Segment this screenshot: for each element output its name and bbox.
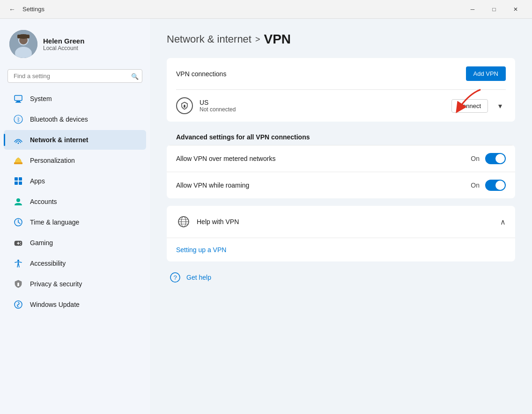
user-info: Helen Green Local Account <box>43 37 84 51</box>
back-icon: ← <box>9 6 15 13</box>
maximize-button[interactable]: □ <box>483 0 505 19</box>
svg-rect-8 <box>15 102 21 103</box>
svg-text:ᛒ: ᛒ <box>17 116 20 123</box>
user-name: Helen Green <box>43 37 84 45</box>
sidebar-item-label-gaming: Gaming <box>30 239 137 247</box>
sidebar-item-label-update: Windows Update <box>30 301 137 308</box>
sidebar-item-label-system: System <box>30 95 137 102</box>
sidebar-item-label-bluetooth: Bluetooth & devices <box>30 116 137 123</box>
personalization-icon <box>13 155 23 166</box>
svg-point-11 <box>18 143 19 144</box>
sidebar-item-personalization[interactable]: Personalization <box>4 151 146 170</box>
apps-icon <box>13 176 23 186</box>
minimize-button[interactable]: ─ <box>462 0 483 19</box>
breadcrumb-parent: Network & internet <box>167 33 251 45</box>
help-header[interactable]: Help with VPN ∧ <box>167 206 515 238</box>
sidebar-item-accounts[interactable]: Accounts <box>4 192 146 211</box>
sidebar-item-label-time: Time & language <box>30 218 137 226</box>
connect-button[interactable]: Connect <box>451 99 488 113</box>
svg-rect-28 <box>17 284 19 286</box>
collapse-button[interactable]: ∧ <box>500 218 506 226</box>
help-body: Setting up a VPN <box>167 238 515 261</box>
expand-button[interactable]: ▾ <box>495 100 506 112</box>
privacy-icon <box>13 279 23 289</box>
user-section[interactable]: Helen Green Local Account <box>0 24 150 67</box>
window-controls: ─ □ ✕ <box>462 0 526 19</box>
update-icon <box>13 299 23 310</box>
sidebar-item-accessibility[interactable]: Accessibility <box>4 254 146 273</box>
accounts-icon <box>13 196 23 207</box>
sidebar-item-windows-update[interactable]: Windows Update <box>4 295 146 314</box>
add-vpn-button[interactable]: Add VPN <box>466 66 506 81</box>
svg-point-26 <box>17 260 19 261</box>
time-icon <box>13 217 23 227</box>
sidebar-item-system[interactable]: System <box>4 89 146 109</box>
help-title: Help with VPN <box>197 218 500 225</box>
vpn-status: Not connected <box>200 106 445 113</box>
svg-rect-12 <box>14 162 22 164</box>
system-icon <box>13 94 23 104</box>
breadcrumb-current: VPN <box>264 32 291 47</box>
search-input[interactable] <box>7 69 142 83</box>
sidebar-item-bluetooth[interactable]: ᛒ Bluetooth & devices <box>4 109 146 129</box>
titlebar: ← Settings ─ □ ✕ <box>0 0 532 19</box>
vpn-connections-card: VPN connections Add VPN US Not con <box>167 58 515 122</box>
svg-point-17 <box>16 198 20 202</box>
sidebar-item-time[interactable]: Time & language <box>4 212 146 232</box>
sidebar-item-label-network: Network & internet <box>30 136 137 144</box>
svg-rect-6 <box>15 95 22 101</box>
svg-point-24 <box>20 242 21 243</box>
advanced-title: Advanced settings for all VPN connection… <box>167 125 319 147</box>
toggle-roaming[interactable] <box>485 180 506 191</box>
network-icon <box>13 135 23 145</box>
svg-rect-5 <box>17 35 30 38</box>
get-help-link[interactable]: Get help <box>186 274 211 281</box>
advanced-settings-card: Allow VPN over metered networks On Allow… <box>167 145 515 198</box>
setting-label-roaming: Allow VPN while roaming <box>176 182 471 189</box>
sidebar-item-network[interactable]: Network & internet <box>4 130 146 150</box>
back-button[interactable]: ← <box>6 3 19 16</box>
svg-rect-31 <box>184 106 185 108</box>
vpn-connections-header: VPN connections Add VPN <box>167 58 515 89</box>
svg-point-27 <box>17 283 19 284</box>
setting-value-roaming: On <box>471 182 480 189</box>
help-section: Help with VPN ∧ Setting up a VPN <box>167 206 515 261</box>
svg-rect-14 <box>19 177 22 181</box>
breadcrumb: Network & internet > VPN <box>167 32 515 47</box>
sidebar-item-apps[interactable]: Apps <box>4 171 146 191</box>
search-box: 🔍 <box>7 69 142 83</box>
svg-rect-16 <box>19 182 22 185</box>
setting-row-roaming: Allow VPN while roaming On <box>167 172 515 198</box>
close-button[interactable]: ✕ <box>505 0 526 19</box>
advanced-title-row: Advanced settings for all VPN connection… <box>167 123 515 145</box>
sidebar-item-label-accounts: Accounts <box>30 198 137 205</box>
setting-value-metered: On <box>471 155 480 162</box>
svg-rect-7 <box>16 101 20 102</box>
setting-row-metered: Allow VPN over metered networks On <box>167 145 515 172</box>
vpn-entry: US Not connected Connect ▾ <box>167 90 515 122</box>
vpn-entry-wrapper: US Not connected Connect ▾ <box>167 90 515 122</box>
get-help-icon: ? <box>169 271 182 284</box>
avatar <box>9 30 37 58</box>
svg-rect-15 <box>15 182 18 185</box>
toggle-metered[interactable] <box>485 153 506 164</box>
sidebar: Helen Green Local Account 🔍 System <box>0 19 150 414</box>
sidebar-item-label-privacy: Privacy & security <box>30 280 137 288</box>
vpn-connections-label: VPN connections <box>176 70 226 78</box>
get-help-row: ? Get help <box>167 261 515 293</box>
sidebar-item-label-accessibility: Accessibility <box>30 260 137 267</box>
accessibility-icon <box>13 258 23 269</box>
breadcrumb-separator: > <box>255 35 260 44</box>
main-content: Network & internet > VPN VPN connections… <box>150 19 532 414</box>
svg-text:?: ? <box>173 274 177 281</box>
gaming-icon <box>13 238 23 248</box>
avatar-image <box>9 30 37 58</box>
svg-rect-13 <box>15 177 18 181</box>
bluetooth-icon: ᛒ <box>13 114 23 124</box>
sidebar-item-privacy[interactable]: Privacy & security <box>4 274 146 294</box>
help-link[interactable]: Setting up a VPN <box>176 246 226 254</box>
user-type: Local Account <box>43 45 84 51</box>
vpn-shield-icon <box>176 97 193 114</box>
sidebar-item-gaming[interactable]: Gaming <box>4 233 146 253</box>
setting-label-metered: Allow VPN over metered networks <box>176 155 471 162</box>
